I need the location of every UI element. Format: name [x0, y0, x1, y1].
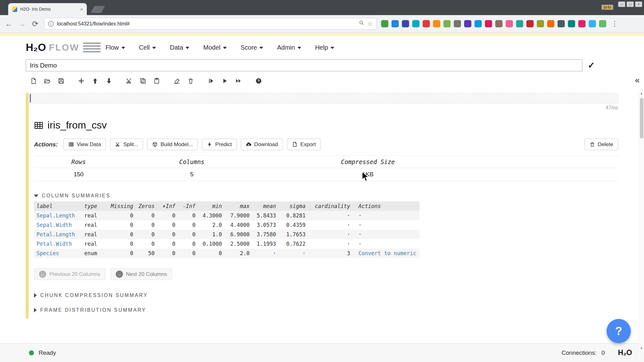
download-button[interactable]: Download — [241, 139, 283, 150]
clear-cell-button[interactable] — [171, 76, 182, 86]
extension-icon[interactable] — [558, 20, 565, 27]
extension-icon[interactable] — [464, 20, 471, 27]
browser-tab[interactable]: H2O- Iris Demo × — [8, 3, 87, 15]
scroll-up-icon[interactable]: ▲ — [639, 92, 644, 95]
sidebar-collapse-icon[interactable]: « — [635, 75, 640, 85]
window-maximize-icon[interactable]: □ — [627, 2, 634, 7]
grid-icon — [69, 142, 74, 147]
run-all-button[interactable] — [233, 76, 244, 86]
extension-icon[interactable] — [443, 20, 451, 27]
previous-columns-button[interactable]: ← Previous 20 Columns — [34, 268, 105, 280]
extension-icon[interactable] — [433, 20, 440, 27]
scissors-icon — [115, 142, 120, 147]
column-link[interactable]: Sepal.Length — [34, 211, 82, 220]
delete-frame-button[interactable]: Delete — [585, 139, 618, 150]
assist-help-button[interactable]: ? — [253, 76, 264, 86]
url-text[interactable]: localhost:54321/flow/index.html# — [57, 21, 356, 27]
summary-cell: · — [252, 249, 279, 258]
forward-icon[interactable]: → — [18, 19, 26, 28]
insert-cell-button[interactable] — [75, 76, 87, 86]
window-minimize-icon[interactable]: – — [618, 2, 625, 7]
move-cell-down-button[interactable] — [103, 76, 114, 86]
menu-admin[interactable]: Admin — [277, 44, 301, 51]
page-info-icon[interactable]: i — [48, 21, 54, 27]
menu-flow[interactable]: Flow — [106, 44, 125, 51]
extension-icon[interactable] — [381, 20, 388, 27]
extension-icon[interactable] — [495, 20, 502, 27]
extension-icon[interactable] — [412, 20, 419, 27]
run-cell-button[interactable] — [219, 76, 230, 86]
extension-icon[interactable] — [537, 20, 544, 27]
predict-button[interactable]: Predict — [202, 139, 237, 150]
scroll-down-icon[interactable]: ▼ — [639, 347, 644, 350]
column-link[interactable]: Petal.Length — [34, 230, 82, 239]
actions-label: Actions: — [34, 141, 58, 148]
menu-score[interactable]: Score — [241, 44, 263, 51]
button-label: Next 20 Columns — [126, 271, 167, 277]
column-link[interactable]: Species — [34, 249, 82, 258]
extension-icon[interactable] — [402, 20, 409, 27]
extension-icon[interactable] — [454, 20, 461, 27]
extension-icon[interactable] — [423, 20, 430, 27]
run-to-cell-button[interactable] — [205, 76, 216, 86]
extension-icon[interactable] — [547, 20, 554, 27]
chunk-compression-toggle[interactable]: CHUNK COMPRESSION SUMMARY — [34, 293, 618, 298]
extension-icon[interactable] — [526, 20, 534, 27]
new-flow-button[interactable] — [28, 76, 39, 86]
bookmark-star-icon[interactable]: ☆ — [368, 20, 373, 27]
vertical-scrollbar[interactable]: ▲ ▼ — [639, 91, 644, 351]
move-cell-up-button[interactable] — [89, 76, 101, 86]
extension-icon[interactable] — [506, 20, 513, 27]
zoom-icon[interactable] — [359, 20, 364, 27]
flow-title-input[interactable] — [26, 59, 582, 71]
tab-close-icon[interactable]: × — [80, 7, 83, 12]
view-data-button[interactable]: View Data — [64, 139, 106, 150]
menu-help[interactable]: Help — [315, 44, 334, 51]
extension-icon[interactable] — [485, 20, 492, 27]
copy-cell-button[interactable] — [137, 76, 148, 86]
extension-icon[interactable] — [475, 20, 482, 27]
extension-icon[interactable] — [516, 20, 523, 27]
extension-icon[interactable] — [589, 20, 596, 27]
extension-icon[interactable] — [391, 20, 399, 27]
summary-cell: 0.8281 — [279, 211, 308, 220]
extension-icon[interactable] — [568, 20, 575, 27]
summary-cell: 0 — [178, 230, 198, 239]
open-flow-button[interactable] — [42, 76, 53, 86]
convert-to-numeric-link[interactable]: Convert to numeric — [353, 249, 419, 258]
frame-distribution-toggle[interactable]: FRAME DISTRIBUTION SUMMARY — [34, 307, 618, 313]
column-summaries-toggle[interactable]: COLUMN SUMMARIES — [34, 193, 618, 199]
menu-data[interactable]: Data — [170, 44, 189, 51]
back-icon[interactable]: ← — [4, 19, 13, 28]
summary-cell: 0 — [157, 249, 178, 258]
column-link[interactable]: Petal.Width — [34, 239, 82, 249]
column-link[interactable]: Sepal.Width — [34, 220, 82, 230]
menu-cell[interactable]: Cell — [139, 44, 156, 51]
summary-cell: · — [353, 220, 419, 230]
build-model-button[interactable]: Build Model... — [147, 139, 198, 150]
cut-cell-button[interactable] — [123, 76, 135, 86]
cell-code-input[interactable] — [29, 93, 618, 103]
paste-cell-button[interactable] — [151, 76, 162, 86]
refresh-icon[interactable]: ⟳ — [31, 19, 40, 28]
button-label: Previous 20 Columns — [49, 271, 100, 277]
extension-icon[interactable] — [578, 20, 586, 27]
split-button[interactable]: Split... — [110, 139, 143, 150]
menu-bar: Flow Cell Data Model Score Admin Help — [106, 44, 335, 51]
address-bar[interactable]: i localhost:54321/flow/index.html# ☆ — [44, 18, 377, 30]
help-fab-button[interactable]: ? — [607, 319, 631, 343]
menu-label: Flow — [106, 44, 119, 51]
save-flow-button[interactable] — [55, 76, 67, 86]
next-columns-button[interactable]: → Next 20 Columns — [111, 268, 172, 280]
menu-model[interactable]: Model — [203, 44, 226, 51]
frame-actions-row: Actions: View Data Split... Build Model.… — [34, 139, 618, 150]
summary-cell: 3.7580 — [252, 230, 279, 239]
window-close-icon[interactable]: × — [635, 2, 642, 7]
new-tab-button[interactable] — [91, 6, 105, 13]
export-button[interactable]: Export — [287, 139, 321, 150]
browser-menu-icon[interactable]: ⋮ — [611, 20, 618, 28]
delete-cell-button[interactable] — [185, 76, 196, 86]
cloud-download-icon — [246, 142, 251, 147]
extension-icon[interactable] — [599, 20, 606, 27]
scrollbar-thumb[interactable] — [640, 98, 643, 139]
